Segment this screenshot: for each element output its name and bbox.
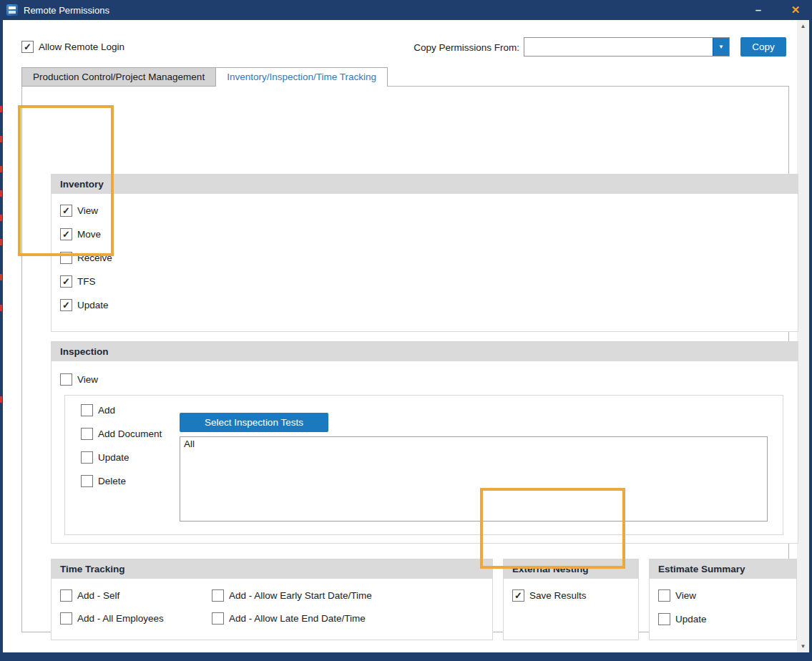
time-tracking-section-header: Time Tracking (52, 559, 492, 579)
checkbox-box[interactable] (21, 41, 34, 53)
dialog-content: Allow Remote Login Copy Permissions From… (3, 20, 797, 652)
time-tracking-checkbox-list: Add - SelfAdd - All EmployeesAdd - Allow… (52, 579, 492, 635)
remote-permissions-window: Remote Permissions – ✕ Allow Remote Logi… (0, 0, 812, 661)
window-title: Remote Permissions (24, 5, 109, 16)
external-nesting-checkbox-save-results[interactable]: Save Results (512, 589, 630, 602)
inspection-checkbox-list: AddAdd DocumentUpdateDelete (72, 404, 162, 487)
estimate-summary-checkbox-list: ViewUpdate (650, 579, 796, 636)
inspection-section: Inspection View AddAdd DocumentUpdateDel… (51, 341, 798, 544)
inspection-checkbox-add-document[interactable]: Add Document (81, 428, 162, 440)
inventory-section-header: Inventory (52, 175, 798, 194)
background-artifact (0, 305, 2, 311)
checkbox-label: Update (675, 614, 707, 625)
checkbox-box[interactable] (512, 589, 524, 602)
checkbox-label: Receive (77, 253, 112, 263)
external-nesting-section-header: External Nesting (504, 559, 638, 579)
time-tracking-checkbox-add-self[interactable]: Add - Self (60, 589, 212, 602)
checkbox-box[interactable] (60, 299, 72, 311)
copy-permissions-from-label: Copy Permissions From: (414, 42, 519, 53)
background-artifact (0, 274, 2, 280)
checkbox-label: View (675, 590, 696, 601)
checkbox-label: Add Document (98, 429, 162, 439)
checkbox-box[interactable] (81, 428, 93, 440)
minimize-button[interactable]: – (749, 0, 768, 20)
inspection-checkbox-update[interactable]: Update (81, 451, 162, 464)
app-icon (6, 4, 18, 16)
checkbox-box[interactable] (60, 228, 72, 240)
time-tracking-section: Time Tracking Add - SelfAdd - All Employ… (51, 559, 493, 640)
checkbox-label: View (77, 374, 98, 385)
tab-production-control[interactable]: Production Control/Project Management (21, 67, 216, 87)
time-tracking-checkbox-add-all-employees[interactable]: Add - All Employees (60, 612, 212, 625)
inventory-checkbox-tfs[interactable]: TFS (60, 275, 789, 288)
inventory-checkbox-update[interactable]: Update (60, 299, 789, 311)
checkbox-label: Add - Self (77, 590, 119, 601)
titlebar: Remote Permissions – ✕ (0, 0, 812, 20)
checkbox-label: Add - Allow Late End Date/Time (229, 613, 366, 624)
checkbox-label: Allow Remote Login (39, 41, 124, 52)
background-artifact (0, 166, 2, 172)
checkbox-label: Add - All Employees (77, 613, 164, 624)
checkbox-label: Move (77, 229, 101, 240)
checkbox-box[interactable] (81, 451, 93, 464)
listbox-item-all[interactable]: All (180, 437, 767, 451)
inventory-checkbox-receive[interactable]: Receive (60, 252, 789, 264)
scroll-down-icon[interactable]: ▼ (797, 640, 809, 652)
checkbox-label: Update (77, 300, 109, 310)
checkbox-label: Delete (98, 476, 126, 486)
inspection-tests-listbox[interactable]: All (180, 436, 768, 522)
close-button[interactable]: ✕ (786, 0, 805, 20)
inspection-checkbox-delete[interactable]: Delete (81, 475, 162, 487)
inventory-checkbox-move[interactable]: Move (60, 228, 789, 240)
checkbox-box[interactable] (658, 613, 670, 625)
checkbox-label: Add - Allow Early Start Date/Time (229, 590, 372, 601)
vertical-scrollbar[interactable]: ▲ ▼ (797, 20, 809, 652)
checkbox-box[interactable] (60, 612, 72, 625)
copy-permissions-from-dropdown[interactable]: ▼ (524, 37, 730, 57)
estimate-summary-section: Estimate Summary ViewUpdate (649, 559, 797, 640)
copy-permissions-from-input[interactable] (524, 38, 713, 56)
estimate-summary-section-header: Estimate Summary (650, 559, 796, 579)
checkbox-box[interactable] (212, 589, 224, 602)
copy-button[interactable]: Copy (740, 37, 786, 57)
inspection-view-checkbox[interactable]: View (60, 373, 798, 386)
checkbox-box[interactable] (60, 252, 72, 264)
checkbox-box[interactable] (212, 612, 224, 625)
checkbox-label: Add (98, 405, 115, 416)
estimate-summary-checkbox-update[interactable]: Update (658, 613, 788, 625)
background-artifact (0, 190, 2, 197)
inspection-checkbox-add[interactable]: Add (81, 404, 162, 416)
tab-panel: Inventory ViewMoveReceiveTFSUpdate Inspe… (21, 86, 789, 632)
checkbox-label: Update (98, 452, 129, 463)
checkbox-label: Save Results (529, 590, 587, 601)
checkbox-box[interactable] (60, 275, 72, 288)
background-artifact (0, 106, 2, 112)
allow-remote-login-checkbox[interactable]: Allow Remote Login (21, 41, 124, 53)
external-nesting-checkbox-list: Save Results (504, 579, 638, 612)
tab-inventory-inspection-time-tracking[interactable]: Inventory/Inspection/Time Tracking (215, 67, 388, 87)
checkbox-label: TFS (77, 276, 96, 287)
checkbox-box[interactable] (60, 373, 72, 386)
checkbox-box[interactable] (81, 404, 93, 416)
background-artifact (0, 396, 2, 403)
scroll-up-icon[interactable]: ▲ (797, 20, 809, 32)
background-artifact (0, 239, 2, 245)
select-inspection-tests-button[interactable]: Select Inspection Tests (180, 413, 328, 432)
background-artifact (0, 136, 2, 142)
checkbox-box[interactable] (60, 205, 72, 217)
time-tracking-checkbox-add-allow-early-start-date-time[interactable]: Add - Allow Early Start Date/Time (212, 589, 484, 602)
inventory-checkbox-list: ViewMoveReceiveTFSUpdate (52, 194, 798, 322)
tab-bar: Production Control/Project Management In… (21, 67, 388, 87)
checkbox-label: View (77, 205, 98, 216)
dropdown-arrow-icon[interactable]: ▼ (713, 38, 729, 56)
time-tracking-checkbox-add-allow-late-end-date-time[interactable]: Add - Allow Late End Date/Time (212, 612, 484, 625)
inspection-section-header: Inspection (52, 342, 798, 361)
external-nesting-section: External Nesting Save Results (503, 559, 639, 640)
inspection-subpanel: AddAdd DocumentUpdateDelete Select Inspe… (64, 395, 783, 535)
estimate-summary-checkbox-view[interactable]: View (658, 589, 788, 602)
checkbox-box[interactable] (658, 589, 670, 602)
inventory-checkbox-view[interactable]: View (60, 205, 789, 217)
background-artifact (0, 215, 2, 221)
checkbox-box[interactable] (81, 475, 93, 487)
checkbox-box[interactable] (60, 589, 72, 602)
